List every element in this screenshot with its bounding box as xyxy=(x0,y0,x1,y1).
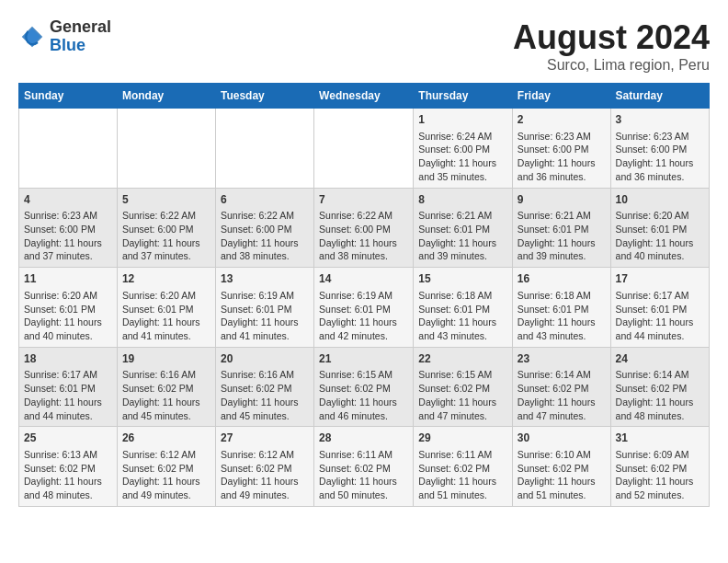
calendar-day-27: 27Sunrise: 6:12 AMSunset: 6:02 PMDayligh… xyxy=(215,427,313,507)
day-info: Daylight: 11 hours and 41 minutes. xyxy=(221,316,309,342)
day-info: Daylight: 11 hours and 38 minutes. xyxy=(221,236,309,263)
day-info: Daylight: 11 hours and 49 minutes. xyxy=(122,475,210,501)
calendar-day-20: 20Sunrise: 6:16 AMSunset: 6:02 PMDayligh… xyxy=(215,347,313,427)
day-info: Sunrise: 6:24 AM xyxy=(418,130,507,144)
day-info: Sunset: 6:02 PM xyxy=(518,382,606,396)
day-info: Sunrise: 6:14 AM xyxy=(616,368,704,382)
day-number: 16 xyxy=(518,271,606,287)
day-number: 27 xyxy=(221,431,309,446)
day-info: Sunrise: 6:16 AM xyxy=(122,368,210,382)
calendar-day-22: 22Sunrise: 6:15 AMSunset: 6:02 PMDayligh… xyxy=(414,347,513,427)
day-number: 24 xyxy=(616,351,704,367)
day-info: Sunrise: 6:22 AM xyxy=(122,209,210,223)
day-number: 7 xyxy=(319,192,408,208)
day-info: Sunset: 6:01 PM xyxy=(122,303,210,316)
calendar-week-row: 11Sunrise: 6:20 AMSunset: 6:01 PMDayligh… xyxy=(19,268,710,348)
day-info: Daylight: 11 hours and 44 minutes. xyxy=(616,316,704,342)
day-info: Sunrise: 6:17 AM xyxy=(616,289,704,303)
day-info: Daylight: 11 hours and 45 minutes. xyxy=(221,396,309,422)
day-info: Sunset: 6:02 PM xyxy=(319,382,408,396)
day-info: Daylight: 11 hours and 45 minutes. xyxy=(122,396,210,422)
calendar-day-14: 14Sunrise: 6:19 AMSunset: 6:01 PMDayligh… xyxy=(314,268,414,348)
day-number: 28 xyxy=(319,431,408,446)
calendar-day-17: 17Sunrise: 6:17 AMSunset: 6:01 PMDayligh… xyxy=(610,268,709,348)
page-header: General Blue August 2024 Surco, Lima reg… xyxy=(18,18,710,74)
day-info: Daylight: 11 hours and 47 minutes. xyxy=(418,396,507,422)
calendar-empty-cell xyxy=(215,109,313,189)
day-info: Sunrise: 6:21 AM xyxy=(418,209,507,223)
day-info: Daylight: 11 hours and 47 minutes. xyxy=(518,396,606,422)
day-info: Daylight: 11 hours and 35 minutes. xyxy=(418,156,507,183)
day-info: Sunset: 6:01 PM xyxy=(616,303,704,316)
calendar-day-29: 29Sunrise: 6:11 AMSunset: 6:02 PMDayligh… xyxy=(414,427,513,507)
page-subtitle: Surco, Lima region, Peru xyxy=(513,57,710,74)
day-info: Sunset: 6:02 PM xyxy=(122,382,210,396)
logo-text: General Blue xyxy=(50,18,111,55)
day-info: Sunrise: 6:20 AM xyxy=(122,289,210,303)
day-info: Sunset: 6:02 PM xyxy=(319,462,408,476)
day-info: Sunrise: 6:16 AM xyxy=(221,368,309,382)
day-info: Daylight: 11 hours and 50 minutes. xyxy=(319,475,408,501)
calendar-day-25: 25Sunrise: 6:13 AMSunset: 6:02 PMDayligh… xyxy=(19,427,118,507)
day-info: Sunrise: 6:10 AM xyxy=(518,448,606,462)
day-info: Daylight: 11 hours and 44 minutes. xyxy=(24,396,112,422)
day-number: 25 xyxy=(24,431,112,446)
header-day-wednesday: Wednesday xyxy=(314,84,414,109)
day-number: 30 xyxy=(518,431,606,446)
calendar-day-28: 28Sunrise: 6:11 AMSunset: 6:02 PMDayligh… xyxy=(314,427,414,507)
day-info: Daylight: 11 hours and 37 minutes. xyxy=(122,236,210,263)
calendar-day-13: 13Sunrise: 6:19 AMSunset: 6:01 PMDayligh… xyxy=(215,268,313,348)
logo: General Blue xyxy=(18,18,111,55)
day-info: Daylight: 11 hours and 43 minutes. xyxy=(518,316,606,342)
logo-icon xyxy=(18,23,46,51)
day-info: Sunrise: 6:22 AM xyxy=(221,209,309,223)
day-info: Sunrise: 6:23 AM xyxy=(24,209,112,223)
header-day-thursday: Thursday xyxy=(414,84,513,109)
day-info: Sunset: 6:00 PM xyxy=(418,143,507,156)
day-number: 4 xyxy=(24,192,112,208)
day-info: Daylight: 11 hours and 40 minutes. xyxy=(616,236,704,263)
day-number: 31 xyxy=(616,431,704,446)
header-day-tuesday: Tuesday xyxy=(215,84,313,109)
day-info: Sunrise: 6:09 AM xyxy=(616,448,704,462)
day-info: Sunrise: 6:21 AM xyxy=(518,209,606,223)
day-info: Daylight: 11 hours and 51 minutes. xyxy=(418,475,507,501)
page-title: August 2024 xyxy=(513,18,710,57)
calendar-day-5: 5Sunrise: 6:22 AMSunset: 6:00 PMDaylight… xyxy=(117,188,215,268)
day-info: Sunrise: 6:18 AM xyxy=(518,289,606,303)
header-day-sunday: Sunday xyxy=(19,84,118,109)
day-info: Sunset: 6:01 PM xyxy=(221,303,309,316)
calendar-day-15: 15Sunrise: 6:18 AMSunset: 6:01 PMDayligh… xyxy=(414,268,513,348)
day-info: Sunset: 6:01 PM xyxy=(418,303,507,316)
day-info: Sunrise: 6:15 AM xyxy=(418,368,507,382)
day-info: Sunset: 6:00 PM xyxy=(221,223,309,236)
day-number: 20 xyxy=(221,351,309,367)
day-number: 8 xyxy=(418,192,507,208)
calendar-day-16: 16Sunrise: 6:18 AMSunset: 6:01 PMDayligh… xyxy=(512,268,610,348)
day-info: Sunset: 6:01 PM xyxy=(24,303,112,316)
day-number: 14 xyxy=(319,271,408,287)
day-info: Sunrise: 6:12 AM xyxy=(122,448,210,462)
day-info: Sunset: 6:01 PM xyxy=(518,223,606,236)
day-info: Sunset: 6:02 PM xyxy=(616,382,704,396)
day-info: Sunrise: 6:19 AM xyxy=(221,289,309,303)
day-info: Sunset: 6:02 PM xyxy=(24,462,112,476)
day-info: Sunset: 6:02 PM xyxy=(616,462,704,476)
day-number: 22 xyxy=(418,351,507,367)
calendar-day-11: 11Sunrise: 6:20 AMSunset: 6:01 PMDayligh… xyxy=(19,268,118,348)
day-info: Daylight: 11 hours and 40 minutes. xyxy=(24,316,112,342)
day-info: Sunset: 6:00 PM xyxy=(616,143,704,156)
day-info: Sunset: 6:01 PM xyxy=(418,223,507,236)
calendar-empty-cell xyxy=(19,109,118,189)
day-info: Daylight: 11 hours and 39 minutes. xyxy=(418,236,507,263)
header-day-saturday: Saturday xyxy=(610,84,709,109)
day-info: Daylight: 11 hours and 48 minutes. xyxy=(24,475,112,501)
day-info: Sunrise: 6:11 AM xyxy=(319,448,408,462)
day-info: Daylight: 11 hours and 51 minutes. xyxy=(518,475,606,501)
day-info: Sunset: 6:01 PM xyxy=(518,303,606,316)
calendar-week-row: 4Sunrise: 6:23 AMSunset: 6:00 PMDaylight… xyxy=(19,188,710,268)
day-info: Sunrise: 6:20 AM xyxy=(616,209,704,223)
day-info: Sunrise: 6:18 AM xyxy=(418,289,507,303)
day-info: Daylight: 11 hours and 38 minutes. xyxy=(319,236,408,263)
calendar-week-row: 18Sunrise: 6:17 AMSunset: 6:01 PMDayligh… xyxy=(19,347,710,427)
